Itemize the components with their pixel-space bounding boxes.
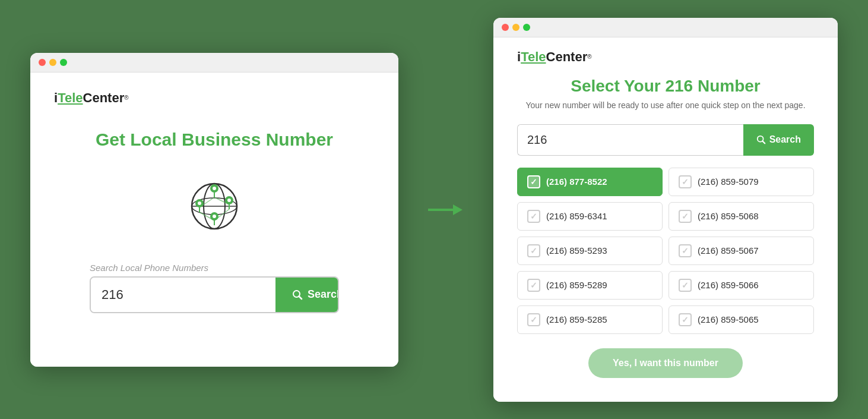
number-check-3: ✓	[527, 210, 540, 223]
globe-icon	[179, 168, 250, 239]
svg-point-14	[213, 215, 216, 218]
svg-line-25	[762, 141, 765, 143]
number-check-8: ✓	[679, 279, 692, 292]
number-check-10: ✓	[679, 313, 692, 326]
search-icon	[292, 289, 303, 300]
number-check-6: ✓	[679, 244, 692, 257]
right-search-input[interactable]	[517, 124, 743, 156]
search-button[interactable]: Search	[275, 278, 339, 312]
number-text-3: (216) 859-6341	[546, 211, 607, 221]
maximize-button[interactable]	[60, 59, 67, 66]
number-item-4[interactable]: ✓ (216) 859-5068	[669, 202, 814, 231]
svg-point-11	[227, 199, 231, 202]
number-text-7: (216) 859-5289	[546, 280, 607, 290]
left-main-content: Get Local Business Number	[54, 118, 375, 343]
left-titlebar	[30, 53, 398, 73]
main-heading: Get Local Business Number	[96, 130, 333, 150]
cta-button[interactable]: Yes, I want this number	[588, 348, 743, 378]
number-text-8: (216) 859-5066	[698, 280, 759, 290]
arrow-container	[422, 201, 470, 219]
right-logo: iTeleCenter®	[517, 49, 814, 65]
number-check-2: ✓	[679, 175, 692, 188]
maximize-button-right[interactable]	[523, 24, 530, 31]
number-item-3[interactable]: ✓ (216) 859-6341	[517, 202, 663, 231]
number-check-1: ✓	[527, 175, 540, 188]
number-text-4: (216) 859-5068	[698, 211, 759, 221]
number-item-1[interactable]: ✓ (216) 877-8522	[517, 168, 663, 196]
number-text-9: (216) 859-5285	[546, 314, 607, 325]
number-item-9[interactable]: ✓ (216) 859-5285	[517, 305, 663, 334]
number-item-8[interactable]: ✓ (216) 859-5066	[669, 271, 814, 300]
svg-line-21	[299, 296, 302, 299]
number-item-6[interactable]: ✓ (216) 859-5067	[669, 237, 814, 265]
right-window: iTeleCenter® Select Your 216 Number Your…	[493, 18, 838, 402]
number-item-5[interactable]: ✓ (216) 859-5293	[517, 237, 663, 265]
select-heading: Select Your 216 Number	[517, 77, 814, 96]
minimize-button[interactable]	[49, 59, 56, 66]
search-input[interactable]	[91, 278, 275, 312]
number-item-10[interactable]: ✓ (216) 859-5065	[669, 305, 814, 334]
close-button-right[interactable]	[502, 24, 509, 31]
number-check-7: ✓	[527, 279, 540, 292]
right-titlebar	[493, 18, 838, 37]
number-check-4: ✓	[679, 210, 692, 223]
number-text-1: (216) 877-8522	[546, 177, 607, 187]
left-logo: iTeleCenter®	[54, 90, 375, 106]
number-item-7[interactable]: ✓ (216) 859-5289	[517, 271, 663, 300]
svg-point-8	[198, 201, 201, 205]
right-search-row: Search	[517, 124, 814, 156]
right-search-button[interactable]: Search	[743, 124, 814, 156]
number-text-10: (216) 859-5065	[698, 314, 759, 325]
number-text-5: (216) 859-5293	[546, 245, 607, 256]
select-subtitle: Your new number will be ready to use aft…	[517, 100, 814, 110]
number-item-2[interactable]: ✓ (216) 859-5079	[669, 168, 814, 196]
number-check-9: ✓	[527, 313, 540, 326]
number-text-2: (216) 859-5079	[698, 177, 759, 187]
minimize-button-right[interactable]	[512, 24, 519, 31]
search-row: Search	[90, 276, 339, 313]
number-check-5: ✓	[527, 244, 540, 257]
number-text-6: (216) 859-5067	[698, 245, 759, 256]
right-arrow-icon	[428, 201, 464, 219]
svg-marker-23	[453, 204, 462, 215]
close-button[interactable]	[39, 59, 46, 66]
left-window: iTeleCenter® Get Local Business Number	[30, 53, 398, 367]
search-label: Search Local Phone Numbers	[90, 263, 208, 273]
right-main-content: iTeleCenter® Select Your 216 Number Your…	[493, 37, 838, 402]
numbers-grid: ✓ (216) 877-8522 ✓ (216) 859-5079 ✓ (216…	[517, 168, 814, 334]
svg-point-5	[213, 187, 216, 190]
search-icon-right	[756, 135, 766, 144]
